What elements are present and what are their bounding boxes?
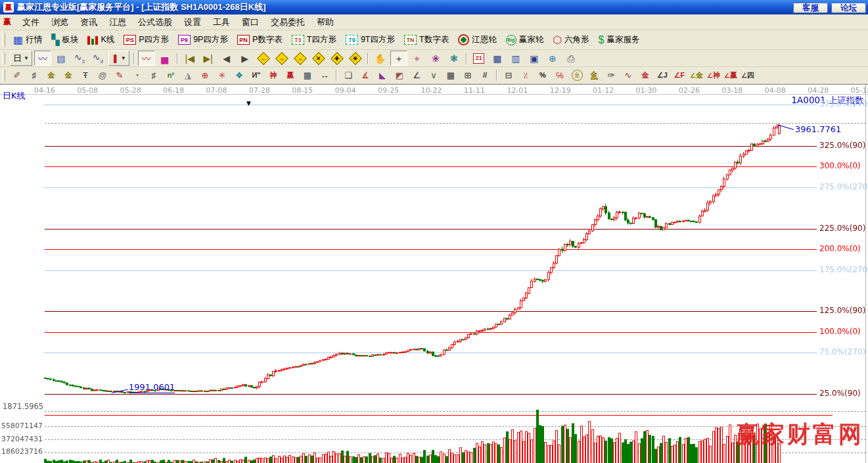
menu-item-1[interactable]: 浏览	[45, 15, 74, 30]
gann-left-diamond-icon[interactable]: ←	[255, 51, 272, 66]
angle-a-icon[interactable]: ◮	[180, 68, 196, 83]
grid-dark-icon[interactable]: ▦	[443, 68, 459, 83]
percent-red-icon[interactable]: ٪	[518, 68, 534, 83]
distribution-chart-icon[interactable]: ▅	[156, 51, 173, 66]
si-angle-icon[interactable]: ∠四	[740, 68, 756, 83]
parallel-lines-icon[interactable]: //	[477, 68, 493, 83]
toolbar-item-blocks[interactable]: ▚板块	[47, 34, 83, 45]
candle-style-dropdown[interactable]: ❚▼	[108, 51, 129, 66]
hand-tool-icon[interactable]: ✋	[372, 51, 389, 66]
grid-123-icon[interactable]: ▦	[300, 68, 315, 83]
red-wave-icon[interactable]: 〰	[138, 51, 155, 66]
menu-item-6[interactable]: 工具	[207, 15, 236, 30]
notes-icon[interactable]: ▥	[507, 51, 524, 66]
wave-9-icon[interactable]: ∿9	[89, 51, 106, 66]
gold-circle-icon[interactable]: 金	[569, 68, 585, 83]
percent-lines-icon[interactable]: ℅	[552, 68, 568, 83]
gold-fence-2-icon[interactable]: 金	[60, 68, 76, 83]
menu-item-3[interactable]: 江恩	[103, 15, 132, 30]
speed-resistance-icon[interactable]: И"	[248, 68, 264, 83]
angle-purple-icon[interactable]: ◣	[375, 68, 390, 83]
f-angle-icon[interactable]: ∠F	[672, 68, 687, 83]
kline-volume-canvas[interactable]	[0, 85, 868, 463]
ying-tool-icon[interactable]: 赢	[283, 68, 298, 83]
grid-star-icon[interactable]: ❖	[231, 68, 247, 83]
last-page-icon[interactable]: ▶|	[200, 51, 217, 66]
save-icon[interactable]: ▣	[526, 51, 543, 66]
shen-angle-icon[interactable]: ∠神	[706, 68, 721, 83]
trend-wave-icon[interactable]: 〰	[34, 51, 51, 66]
purple-tool-icon[interactable]: ❀	[427, 51, 444, 66]
toolbar-item-winner-service[interactable]: $赢家服务	[594, 34, 645, 45]
f-fence-icon[interactable]: Ŧ	[78, 68, 93, 83]
menu-item-4[interactable]: 公式选股	[132, 15, 178, 30]
wave-3-icon[interactable]: ∿3	[71, 51, 88, 66]
gold-angle-icon[interactable]: ∠金	[689, 68, 704, 83]
toolbar-item-p-square[interactable]: PSP四方形	[119, 34, 173, 45]
teal-tool-icon[interactable]: ❃	[445, 51, 463, 66]
fan-lines-icon[interactable]: ∡	[357, 68, 373, 83]
toolbar-item-hexagon[interactable]: ⬡六角形	[548, 34, 593, 45]
first-page-icon[interactable]: |◀	[181, 51, 198, 66]
customer-service-button[interactable]: 客服	[793, 3, 828, 13]
spiral-tool-icon[interactable]: @	[95, 68, 110, 83]
gann-fence-icon[interactable]: ♯	[26, 68, 42, 83]
toolbar-item-9t-square[interactable]: T99T四方形	[341, 34, 400, 45]
menu-item-7[interactable]: 窗口	[236, 15, 265, 30]
toolbar-item-t-number-table[interactable]: TNT数字表	[400, 34, 453, 45]
period-day-dropdown[interactable]: 日▼	[10, 51, 32, 66]
gann-xswing-diamond-icon[interactable]: ✕	[310, 51, 327, 66]
time-cycle-icon[interactable]: ◔	[129, 68, 145, 83]
gold-red-icon[interactable]: 金	[637, 68, 653, 83]
toolbar-item-p-number-table[interactable]: PNP数字表	[233, 34, 287, 45]
gold-fence-icon[interactable]: 金	[43, 68, 59, 83]
date-tick: 05-18	[851, 86, 868, 95]
crosshair-tool-icon[interactable]: ＋	[390, 51, 407, 66]
angle-lines-icon[interactable]: ∠	[409, 68, 424, 83]
toolbar-item-t-square[interactable]: T3T四方形	[287, 34, 341, 45]
menu-item-5[interactable]: 设置	[178, 15, 207, 30]
grid-arrow-icon[interactable]: ⊞	[460, 68, 476, 83]
grid-select-icon[interactable]: ◩	[392, 68, 407, 83]
red-pen-tool-icon[interactable]: ✎	[112, 68, 127, 83]
percent-table-icon[interactable]: ⊟	[501, 68, 516, 83]
gann-star-diamond-icon[interactable]: ✳	[347, 51, 364, 66]
marker-triangle-icon[interactable]: ▼	[246, 100, 251, 107]
web-update-icon[interactable]: ⊕	[544, 51, 561, 66]
shen-tool-icon[interactable]: 神	[265, 68, 281, 83]
fence-2-icon[interactable]: ♯	[146, 68, 162, 83]
pen-tool-icon[interactable]: ✐	[9, 68, 25, 83]
forum-button[interactable]: 论坛	[831, 3, 866, 13]
menu-item-8[interactable]: 交易委托	[265, 15, 311, 30]
info-doc-icon[interactable]: ▤	[53, 51, 70, 66]
calendar-icon[interactable]: 21	[470, 51, 488, 66]
starburst-icon[interactable]: ✳	[214, 68, 230, 83]
menu-item-0[interactable]: 文件	[16, 15, 45, 30]
j-angle-icon[interactable]: ∠J	[654, 68, 670, 83]
ying-angle-icon[interactable]: ∠赢	[723, 68, 739, 83]
gann-hswing-diamond-icon[interactable]: ↔	[292, 51, 309, 66]
v-lines-icon[interactable]: ∨	[426, 68, 442, 83]
box-tool-icon[interactable]: ❏	[340, 68, 356, 83]
toolbar-item-9p-square[interactable]: P99P四方形	[173, 34, 233, 45]
n-square-icon[interactable]: n²	[163, 68, 179, 83]
pen-one-icon[interactable]: ✑	[603, 68, 619, 83]
wave-box-icon[interactable]: ∿	[620, 68, 636, 83]
toolbar-item-gann-wheel[interactable]: 江恩轮	[453, 34, 501, 45]
percent-icon[interactable]: %	[535, 68, 551, 83]
gann-cross-diamond-icon[interactable]: ✚	[329, 51, 346, 66]
toolbar-item-quotes[interactable]: ▦行情	[9, 34, 47, 45]
width-arrows-icon[interactable]: ↔	[317, 68, 332, 83]
menu-item-2[interactable]: 资讯	[74, 15, 103, 30]
toolbar-item-kline[interactable]: K线	[83, 34, 119, 45]
gold-lines-icon[interactable]: 金	[586, 68, 602, 83]
circle-cross-icon[interactable]: ⊕	[197, 68, 213, 83]
print-icon[interactable]: ⎙	[562, 51, 580, 66]
menu-item-9[interactable]: 帮助	[311, 15, 340, 30]
gann-right-diamond-icon[interactable]: →	[273, 51, 290, 66]
prev-page-icon[interactable]: ◀	[218, 51, 235, 66]
toolbar-item-winner-wheel[interactable]: Big赢家轮	[501, 34, 549, 45]
next-page-icon[interactable]: ▶	[237, 51, 254, 66]
calculator-icon[interactable]: ▦	[489, 51, 506, 66]
zoom-tool-icon[interactable]: ⌖	[409, 51, 426, 66]
